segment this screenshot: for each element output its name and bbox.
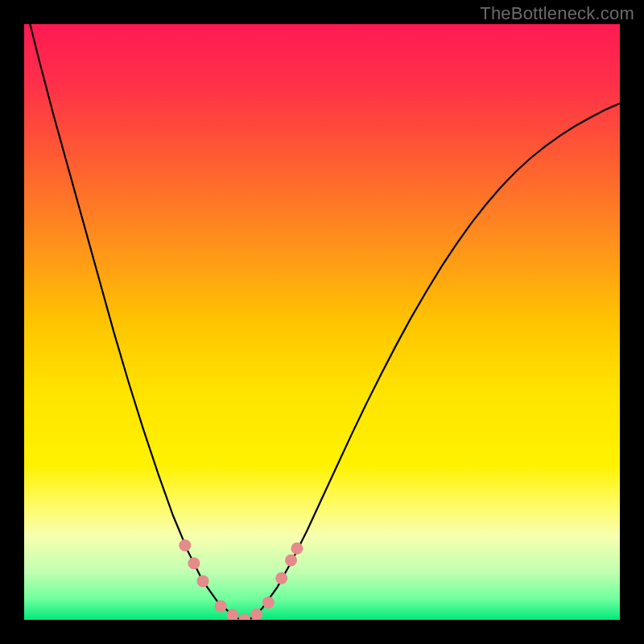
threshold-marker xyxy=(179,539,191,551)
chart-svg xyxy=(24,24,620,620)
chart-frame: TheBottleneck.com xyxy=(0,0,644,644)
threshold-marker xyxy=(262,597,275,609)
threshold-marker xyxy=(188,557,200,569)
threshold-marker xyxy=(275,572,287,584)
threshold-marker xyxy=(291,543,303,555)
watermark-label: TheBottleneck.com xyxy=(480,3,634,24)
threshold-marker xyxy=(197,575,209,587)
plot-area xyxy=(24,24,620,620)
gradient-background xyxy=(24,24,620,620)
threshold-marker xyxy=(215,600,227,612)
threshold-marker xyxy=(285,555,297,567)
